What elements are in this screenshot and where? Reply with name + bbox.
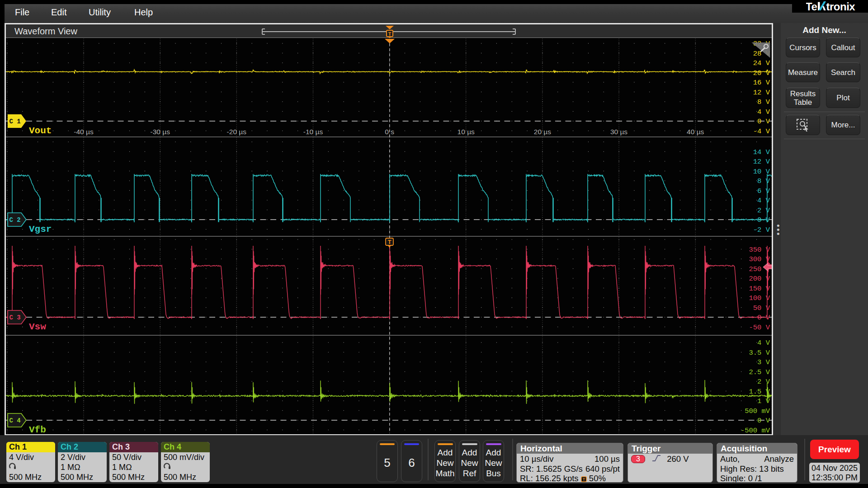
svg-text:10 µs: 10 µs [458,128,475,136]
svg-text:8 V: 8 V [757,98,770,106]
svg-text:20 µs: 20 µs [534,128,551,136]
svg-text:4 V: 4 V [757,108,770,116]
svg-text:C 3: C 3 [9,314,20,321]
svg-text:16 V: 16 V [753,79,770,87]
svg-text:T: T [388,31,392,37]
svg-text:8 V: 8 V [757,177,770,185]
svg-text:10 V: 10 V [753,168,770,176]
svg-text:4 V: 4 V [757,197,770,205]
svg-text:C 1: C 1 [9,118,20,125]
svg-text:50 V: 50 V [753,304,770,312]
svg-text:-2 V: -2 V [753,226,770,234]
svg-text:12 V: 12 V [753,89,770,97]
svg-text:-40 µs: -40 µs [74,128,94,136]
svg-text:C 2: C 2 [9,216,20,224]
svg-text:2 V: 2 V [757,206,770,215]
svg-text:Vgsr: Vgsr [29,224,52,235]
svg-text:0 V: 0 V [757,417,770,425]
svg-text:-50 V: -50 V [749,324,770,332]
svg-text:-500 mV: -500 mV [741,427,770,435]
svg-text:3 V: 3 V [757,358,770,366]
svg-text:12 V: 12 V [753,158,770,166]
svg-text:tronix: tronix [826,1,856,13]
svg-text:-4 V: -4 V [753,127,770,136]
svg-text:-10 µs: -10 µs [303,128,323,136]
svg-text:2 V: 2 V [757,378,770,386]
svg-text:6 V: 6 V [757,187,770,195]
svg-text:24 V: 24 V [753,59,770,67]
svg-text:2.5 V: 2.5 V [749,368,770,376]
svg-text:40 µs: 40 µs [687,128,704,136]
svg-text:Vout: Vout [29,126,52,136]
svg-text:T: T [582,477,585,482]
svg-text:-30 µs: -30 µs [151,128,170,136]
svg-text:C 4: C 4 [9,417,20,424]
svg-text:30 µs: 30 µs [610,128,627,136]
svg-text:0 s: 0 s [385,128,394,136]
svg-text:Vsw: Vsw [29,322,46,332]
svg-text:Vfb: Vfb [29,425,46,434]
svg-text:T: T [388,239,392,245]
svg-text:14 V: 14 V [753,148,770,156]
svg-text:500 mV: 500 mV [745,407,770,415]
svg-text:-20 µs: -20 µs [227,128,247,136]
svg-text:0 V: 0 V [757,117,770,126]
svg-text:Te: Te [806,1,817,13]
svg-text:3.5 V: 3.5 V [749,349,770,357]
svg-text:4 V: 4 V [757,339,770,347]
